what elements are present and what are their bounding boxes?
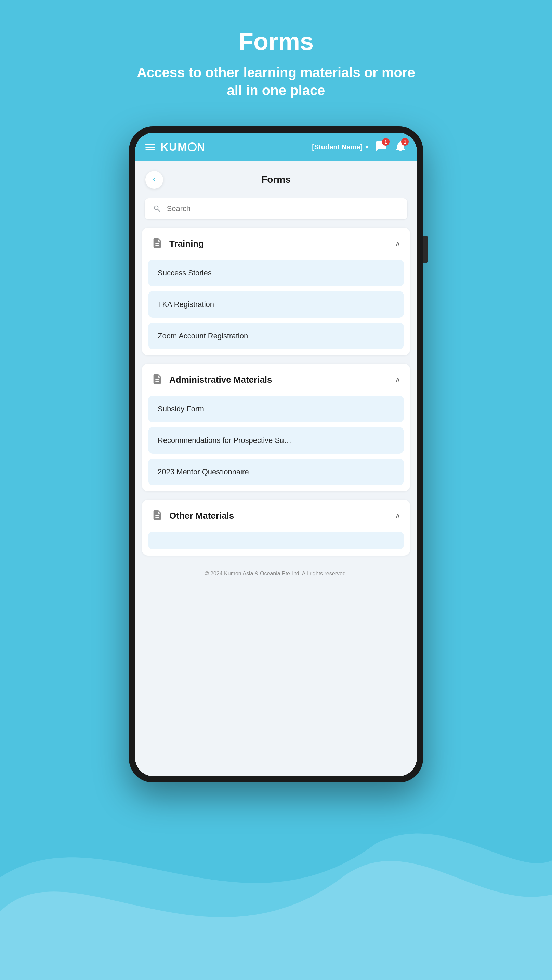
bell-button[interactable]: 1 <box>394 140 407 154</box>
training-section-title: Training <box>169 239 204 249</box>
back-button[interactable] <box>145 171 163 189</box>
phone-device: KUMN [Student Name] ▾ 1 <box>129 126 423 783</box>
back-bar: Forms <box>135 161 417 198</box>
student-name-label: [Student Name] <box>312 143 362 151</box>
other-materials-section-items <box>142 532 410 555</box>
training-section-items: Success Stories TKA Registration Zoom Ac… <box>142 260 410 355</box>
administrative-chevron-icon: ∧ <box>395 375 400 384</box>
other-materials-section-header[interactable]: Other Materials ∧ <box>142 500 410 532</box>
other-materials-section: Other Materials ∧ <box>142 500 410 555</box>
training-section-header[interactable]: Training ∧ <box>142 228 410 260</box>
other-materials-section-title: Other Materials <box>169 511 234 521</box>
app-content: Forms <box>135 161 417 776</box>
page-subtitle: Access to other learning materials or mo… <box>137 64 415 99</box>
search-box[interactable] <box>145 198 407 220</box>
administrative-materials-section-title: Administrative Materials <box>169 374 272 385</box>
other-materials-section-icon <box>152 509 163 522</box>
screen-title: Forms <box>261 174 291 185</box>
chevron-down-icon: ▾ <box>365 143 369 151</box>
other-materials-chevron-icon: ∧ <box>395 511 400 520</box>
administrative-section-icon <box>152 373 163 386</box>
training-section-icon <box>152 237 163 250</box>
hamburger-menu[interactable] <box>145 144 155 150</box>
list-item[interactable]: Success Stories <box>148 260 404 286</box>
page-header: Forms Access to other learning materials… <box>137 27 415 99</box>
training-section: Training ∧ Success Stories TKA Registrat… <box>142 228 410 355</box>
navbar: KUMN [Student Name] ▾ 1 <box>135 132 417 161</box>
page-title: Forms <box>137 27 415 56</box>
bell-badge: 1 <box>401 138 409 146</box>
list-item[interactable]: TKA Registration <box>148 291 404 318</box>
list-item[interactable]: Recommendations for Prospective Su… <box>148 427 404 454</box>
chat-button[interactable]: 1 <box>375 140 388 154</box>
search-input[interactable] <box>167 204 399 213</box>
logo: KUMN <box>160 141 206 153</box>
administrative-materials-section: Administrative Materials ∧ Subsidy Form … <box>142 364 410 492</box>
administrative-materials-section-items: Subsidy Form Recommendations for Prospec… <box>142 396 410 492</box>
search-container <box>135 198 417 228</box>
student-name-selector[interactable]: [Student Name] ▾ <box>312 143 369 151</box>
copyright-text: © 2024 Kumon Asia & Oceania Pte Ltd. All… <box>205 571 347 576</box>
training-chevron-icon: ∧ <box>395 239 400 248</box>
list-item[interactable]: 2023 Mentor Questionnaire <box>148 458 404 485</box>
list-item[interactable]: Zoom Account Registration <box>148 323 404 349</box>
administrative-materials-section-header[interactable]: Administrative Materials ∧ <box>142 364 410 396</box>
app-footer: © 2024 Kumon Asia & Oceania Pte Ltd. All… <box>135 564 417 584</box>
list-item[interactable]: Subsidy Form <box>148 396 404 422</box>
search-icon <box>153 204 161 213</box>
phone-side-button <box>423 236 428 263</box>
chat-badge: 1 <box>382 138 389 146</box>
list-item[interactable] <box>148 532 404 549</box>
